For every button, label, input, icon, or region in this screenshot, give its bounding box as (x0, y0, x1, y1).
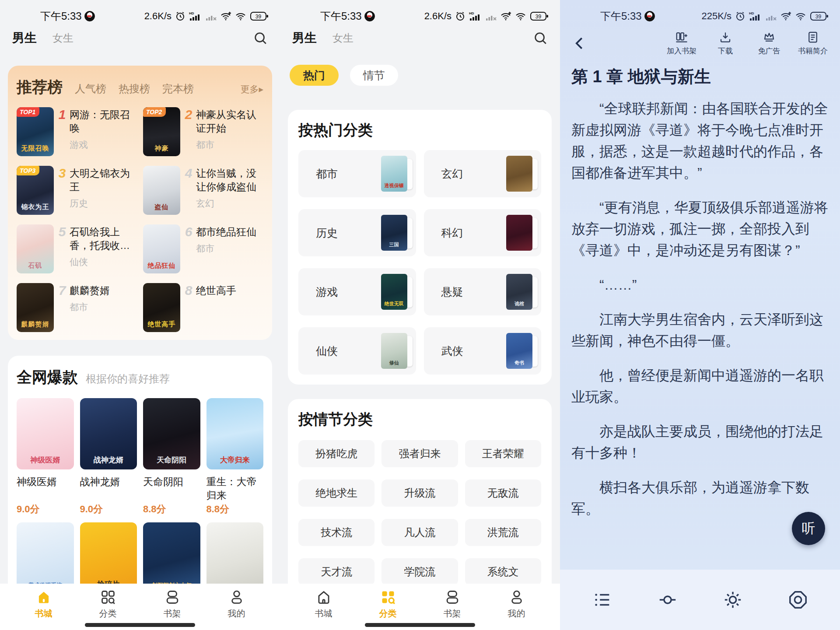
category-thumb-cover: 诡棺 (506, 274, 532, 310)
rank-book-6[interactable]: 绝品狂仙 6 都市绝品狂仙都市 (143, 224, 263, 273)
chapter-text[interactable]: “全球联邦新闻：由各国联合开发的全新虚拟网游《寻道》将于今晚七点准时开服，据悉，… (571, 98, 830, 630)
screen-store-home: 下午5:33 2.6K/s HD 39 男生 女生 推荐榜 人气榜 热搜榜 完本… (0, 0, 280, 630)
home-indicator[interactable] (85, 623, 195, 627)
chapter-title: 第 1 章 地狱与新生 (571, 66, 829, 88)
rank-book-3[interactable]: TOP3锦衣为王 3 大明之锦衣为王历史 (17, 166, 137, 215)
book-title: 战神龙婿 (80, 475, 137, 502)
nav-item-bookshelf[interactable]: 书架 (151, 589, 193, 620)
rank-tab-recommend[interactable]: 推荐榜 (17, 77, 63, 98)
rank-tab-completed[interactable]: 完本榜 (162, 82, 194, 96)
person-icon (228, 589, 245, 606)
back-icon[interactable] (571, 35, 588, 52)
nav-item-mine[interactable]: 我的 (216, 589, 258, 620)
hot-book-3[interactable]: 天命阴阳 天命阴阳 8.8分 (143, 398, 200, 516)
clock-time: 下午5:33 (600, 9, 642, 23)
rank-book-8[interactable]: 绝世高手 8 绝世高手 (143, 283, 263, 332)
plot-tag[interactable]: 系统文 (465, 558, 541, 585)
plot-tag[interactable]: 扮猪吃虎 (298, 440, 374, 467)
book-cover[interactable]: 捡碎片 (80, 522, 137, 594)
category-thumb-cover: 奇书 (506, 333, 532, 369)
nav-item-category[interactable]: 分类 (367, 589, 409, 620)
search-icon[interactable] (533, 31, 548, 46)
download-button[interactable]: 下载 (710, 31, 741, 56)
category-cell-xianxia[interactable]: 仙侠修仙 (298, 327, 416, 374)
brightness-icon[interactable] (723, 590, 743, 610)
nav-item-mine[interactable]: 我的 (496, 589, 538, 620)
hot-book-1[interactable]: 神级医婿 神级医婿 9.0分 (17, 398, 74, 516)
hot-book-2[interactable]: 战神龙婿 战神龙婿 9.0分 (80, 398, 137, 516)
home-indicator[interactable] (365, 623, 475, 627)
book-category: 玄幻 (196, 197, 263, 210)
category-mode-pills: 热门 情节 (280, 65, 560, 86)
rank-book-7[interactable]: 麒麟赘婿 7 麒麟赘婿都市 (17, 283, 137, 332)
pill-plot[interactable]: 情节 (350, 65, 398, 86)
nav-item-category[interactable]: 分类 (87, 589, 129, 620)
book-cover[interactable] (206, 522, 264, 594)
book-category: 都市 (196, 139, 263, 151)
rank-book-2[interactable]: TOP2神豪 2 神豪从实名认证开始都市 (143, 107, 263, 156)
tab-male[interactable]: 男生 (292, 30, 317, 46)
rank-tab-hotsearch[interactable]: 热搜榜 (119, 82, 150, 96)
settings-gear-icon[interactable] (788, 590, 808, 610)
nav-item-bookshelf[interactable]: 书架 (431, 589, 473, 620)
category-cell-scifi[interactable]: 科幻 (424, 209, 542, 256)
search-icon[interactable] (253, 31, 268, 46)
rank-number: 3 (56, 167, 69, 215)
nav-item-bookstore[interactable]: 书城 (23, 589, 65, 620)
rank-book-1[interactable]: TOP1无限召唤 1 网游：无限召唤游戏 (17, 107, 137, 156)
rank-number: 2 (182, 108, 195, 156)
plot-tag[interactable]: 升级流 (382, 480, 458, 507)
tab-female[interactable]: 女生 (332, 31, 354, 45)
book-cover: 天命阴阳 (143, 398, 200, 469)
svg-text:HD: HD (189, 11, 194, 15)
table-of-contents-icon[interactable] (592, 590, 612, 610)
category-cell-wuxia[interactable]: 武侠奇书 (424, 327, 542, 374)
three-screen-collage: 下午5:33 2.6K/s HD 39 男生 女生 推荐榜 人气榜 热搜榜 完本… (0, 0, 840, 630)
paragraph: “……” (571, 274, 830, 296)
plot-tag[interactable]: 学院流 (382, 558, 458, 585)
recommendation-rank-card: 推荐榜 人气榜 热搜榜 完本榜 更多▸ TOP1无限召唤 1 网游：无限召唤游戏… (8, 66, 272, 340)
rank-book-4[interactable]: 盗仙 4 让你当贼，没让你修成盗仙玄幻 (143, 166, 263, 215)
rank-book-5[interactable]: 石矶 5 石矶给我上香，托我收…仙侠 (17, 224, 137, 273)
category-cell-fantasy[interactable]: 玄幻 (424, 150, 542, 197)
book-cover: TOP2神豪 (143, 107, 180, 156)
pill-hot[interactable]: 热门 (290, 65, 339, 86)
add-to-shelf-button[interactable]: 加入书架 (666, 31, 697, 56)
plot-tag[interactable]: 凡人流 (382, 519, 458, 546)
battery-icon: 39 (530, 11, 549, 21)
plot-tag[interactable]: 天才流 (298, 558, 374, 585)
plot-tag[interactable]: 技术流 (298, 519, 374, 546)
category-cell-history[interactable]: 历史三国 (298, 209, 416, 256)
nav-item-bookstore[interactable]: 书城 (303, 589, 345, 620)
plot-tag[interactable]: 王者荣耀 (465, 440, 541, 467)
plot-tag[interactable]: 洪荒流 (465, 519, 541, 546)
plot-tag[interactable]: 绝地求生 (298, 480, 374, 507)
category-cell-suspense[interactable]: 悬疑诡棺 (424, 268, 542, 315)
tab-male[interactable]: 男生 (12, 30, 37, 46)
more-link[interactable]: 更多▸ (240, 83, 263, 95)
book-cover[interactable]: 剑阁闻剑六十年 (143, 522, 200, 594)
book-info-button[interactable]: 书籍简介 (797, 31, 829, 56)
category-thumb-cover: 透视保镖 (381, 156, 407, 192)
book-score: 8.8分 (143, 503, 200, 516)
book-cover[interactable]: 养成道观系统 (17, 522, 74, 594)
status-bar: 下午5:33 2.6K/s HD 39 (280, 0, 560, 29)
wifi-icon (235, 11, 247, 21)
rank-tab-popularity[interactable]: 人气榜 (75, 82, 106, 96)
clock-time: 下午5:33 (320, 9, 362, 23)
paragraph: 他，曾经便是新闻中逍遥游的一名职业玩家。 (571, 365, 830, 408)
listen-button[interactable]: 听 (792, 512, 825, 545)
plot-tag[interactable]: 强者归来 (382, 440, 458, 467)
category-cell-urban[interactable]: 都市透视保镖 (298, 150, 416, 197)
network-speed: 2.6K/s (424, 10, 452, 22)
progress-slider-icon[interactable] (658, 590, 678, 610)
category-thumb-cover: 修仙 (381, 333, 407, 369)
hot-book-4[interactable]: 大帝归来 重生：大帝归来 8.8分 (206, 398, 264, 516)
battery-icon: 39 (250, 11, 269, 21)
person-icon (508, 589, 525, 606)
plot-tag[interactable]: 无敌流 (465, 480, 541, 507)
tab-female[interactable]: 女生 (52, 31, 74, 45)
ad-free-button[interactable]: 免广告 (753, 31, 785, 56)
category-cell-game[interactable]: 游戏绝世无双 (298, 268, 416, 315)
book-cover: TOP3锦衣为王 (17, 166, 54, 215)
